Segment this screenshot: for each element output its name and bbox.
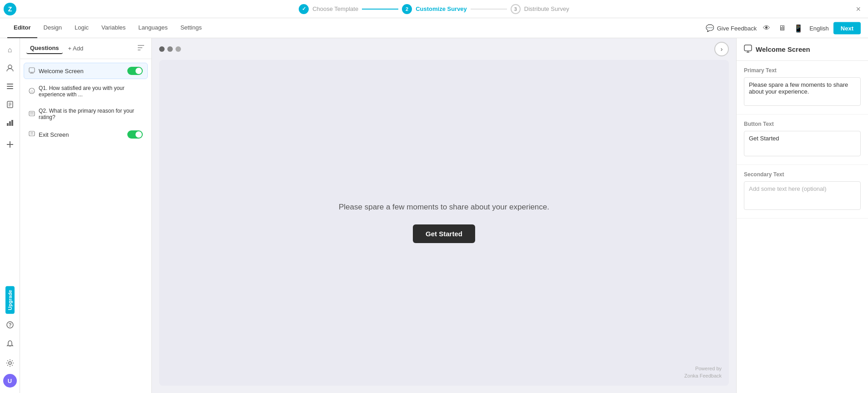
welcome-screen-label: Welcome Screen xyxy=(39,68,84,75)
nav-tasks[interactable] xyxy=(2,96,18,113)
language-selector-button[interactable]: English xyxy=(809,25,829,31)
questions-panel-header: Questions + Add xyxy=(20,38,151,59)
wizard-step-2-circle: 2 xyxy=(402,4,412,14)
nav-settings[interactable] xyxy=(2,355,18,371)
questions-tab[interactable]: Questions xyxy=(26,43,63,54)
wizard-close-button[interactable]: × xyxy=(856,4,861,14)
wizard-step-1-label: Choose Template xyxy=(312,5,358,12)
preview-powered-by: Powered by Zonka Feedback xyxy=(684,365,722,379)
qp-item-left-exit: Exit Screen xyxy=(29,131,69,139)
list-item-q1[interactable]: ☺ Q1. How satisfied are you with your ex… xyxy=(24,81,148,102)
exit-screen-label: Exit Screen xyxy=(39,131,69,138)
wizard-step-1-circle: ✓ xyxy=(299,4,309,14)
nav-help[interactable]: ? xyxy=(2,317,18,333)
list-item-exit-screen[interactable]: Exit Screen xyxy=(24,126,148,143)
dot-3 xyxy=(176,46,181,52)
secondary-text-section: Secondary Text xyxy=(737,165,868,219)
primary-text-label: Primary Text xyxy=(744,67,861,74)
preview-toolbar: › xyxy=(152,38,736,60)
svg-rect-23 xyxy=(29,68,35,72)
mobile-view-button[interactable]: 📱 xyxy=(792,22,805,34)
svg-point-2 xyxy=(8,65,12,69)
primary-text-input[interactable] xyxy=(744,77,861,106)
tab-design[interactable]: Design xyxy=(37,18,68,38)
preview-area: › Please spare a few moments to share ab… xyxy=(152,38,736,393)
secondary-text-input[interactable] xyxy=(744,181,861,210)
preview-eye-button[interactable]: 👁 xyxy=(761,22,772,34)
q2-icon xyxy=(29,110,35,118)
nav-home[interactable]: ⌂ xyxy=(2,42,18,58)
qp-item-left-q2: Q2. What is the primary reason for your … xyxy=(29,108,143,120)
desktop-view-button[interactable]: 🖥 xyxy=(777,22,788,34)
wizard-step-choose-template[interactable]: ✓ Choose Template xyxy=(299,4,358,14)
qp-item-left-welcome: Welcome Screen xyxy=(29,67,84,75)
right-panel: Welcome Screen Primary Text Button Text … xyxy=(736,38,868,393)
wizard-line-2 xyxy=(471,9,507,10)
svg-point-19 xyxy=(9,362,11,364)
editor-bar-actions: 💬 Give Feedback 👁 🖥 📱 English Next xyxy=(706,22,861,34)
upgrade-badge[interactable]: Upgrade xyxy=(5,286,15,314)
left-nav: ⌂ Upgrade ? xyxy=(0,38,20,393)
give-feedback-button[interactable]: 💬 Give Feedback xyxy=(706,24,757,32)
right-panel-header: Welcome Screen xyxy=(737,38,868,61)
tab-logic[interactable]: Logic xyxy=(68,18,95,38)
preview-canvas: Please spare a few moments to share abou… xyxy=(159,60,729,386)
wizard-step-3-label: Distribute Survey xyxy=(524,5,569,12)
button-text-input[interactable] xyxy=(744,131,861,156)
tab-languages[interactable]: Languages xyxy=(132,18,174,38)
wizard-bar: Z ✓ Choose Template 2 Customize Survey 3… xyxy=(0,0,868,18)
svg-rect-34 xyxy=(744,45,752,51)
sort-icon[interactable] xyxy=(137,44,145,54)
q1-label: Q1. How satisfied are you with your expe… xyxy=(39,85,143,98)
welcome-screen-panel-icon xyxy=(744,45,752,54)
feedback-icon: 💬 xyxy=(706,24,714,32)
list-item-welcome-screen[interactable]: Welcome Screen xyxy=(24,63,148,79)
tab-variables[interactable]: Variables xyxy=(95,18,132,38)
secondary-text-label: Secondary Text xyxy=(744,171,861,178)
dot-1 xyxy=(159,46,165,52)
main-layout: ⌂ Upgrade ? xyxy=(0,38,868,393)
nav-plus[interactable] xyxy=(2,136,18,153)
dot-2 xyxy=(167,46,173,52)
tab-editor[interactable]: Editor xyxy=(7,18,37,38)
exit-screen-toggle[interactable] xyxy=(127,130,143,139)
svg-text:☺: ☺ xyxy=(30,89,34,94)
wizard-step-customize-survey[interactable]: 2 Customize Survey xyxy=(402,4,467,14)
svg-text:?: ? xyxy=(8,322,11,328)
nav-bell[interactable] xyxy=(2,336,18,352)
app-logo: Z xyxy=(4,3,16,15)
wizard-step-distribute-survey[interactable]: 3 Distribute Survey xyxy=(511,4,569,14)
svg-rect-5 xyxy=(7,88,13,89)
q2-label: Q2. What is the primary reason for your … xyxy=(39,108,143,120)
avatar[interactable]: U xyxy=(3,374,17,388)
svg-rect-12 xyxy=(11,120,13,126)
nav-user[interactable] xyxy=(2,60,18,76)
wizard-step-2-label: Customize Survey xyxy=(416,5,467,12)
right-panel-title: Welcome Screen xyxy=(756,45,810,53)
svg-rect-4 xyxy=(7,86,13,87)
button-text-section: Button Text xyxy=(737,114,868,165)
preview-get-started-button[interactable]: Get Started xyxy=(413,224,475,243)
exit-screen-icon xyxy=(29,131,35,139)
add-question-button[interactable]: + Add xyxy=(68,45,84,52)
questions-panel: Questions + Add Welcome Screen xyxy=(20,38,152,393)
wizard-line-1 xyxy=(362,9,398,10)
button-text-label: Button Text xyxy=(744,121,861,127)
preview-window-dots xyxy=(159,46,181,52)
svg-rect-10 xyxy=(7,123,9,126)
nav-analytics[interactable] xyxy=(2,114,18,131)
svg-rect-3 xyxy=(7,84,13,85)
svg-rect-28 xyxy=(29,111,35,116)
editor-bar: Editor Design Logic Variables Languages … xyxy=(0,18,868,38)
svg-text:Z: Z xyxy=(8,5,12,13)
tab-settings[interactable]: Settings xyxy=(174,18,208,38)
wizard-step-3-circle: 3 xyxy=(511,4,521,14)
nav-bottom: Upgrade ? U xyxy=(2,286,18,393)
list-item-q2[interactable]: Q2. What is the primary reason for your … xyxy=(24,104,148,124)
preview-next-button[interactable]: › xyxy=(714,42,729,56)
nav-list[interactable] xyxy=(2,78,18,95)
welcome-screen-toggle[interactable] xyxy=(127,67,143,75)
q1-icon: ☺ xyxy=(29,88,35,95)
next-button[interactable]: Next xyxy=(833,22,861,34)
svg-rect-11 xyxy=(9,121,11,126)
